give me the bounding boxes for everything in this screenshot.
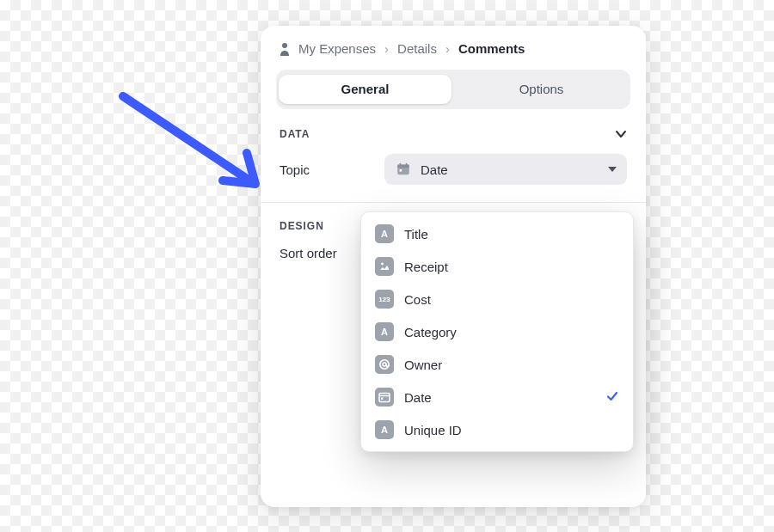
svg-rect-5 [406,163,408,167]
topic-dropdown: A Title ✓ Receipt ✓ 123 Cost ✓ A Categor… [360,211,634,452]
dropdown-option-date[interactable]: Date [361,381,633,413]
section-title: DATA [280,128,310,140]
text-icon: A [375,322,394,341]
svg-point-1 [282,43,287,48]
row-topic: Topic Date [261,145,646,193]
svg-point-10 [380,360,389,369]
section-header-data[interactable]: DATA [261,109,646,145]
calendar-icon [395,161,412,178]
dropdown-option-title[interactable]: A Title ✓ [361,217,633,250]
person-icon [280,42,290,56]
svg-rect-15 [381,398,383,400]
field-label-topic: Topic [280,162,310,177]
tab-bar: General Options [276,70,630,109]
text-icon: A [375,224,394,243]
chevron-right-icon: › [445,41,450,56]
tab-options[interactable]: Options [455,75,628,104]
dropdown-option-label: Owner [404,358,619,372]
calendar-icon [375,388,394,407]
topic-select-value: Date [421,162,599,177]
breadcrumb: My Expenses › Details › Comments [261,26,646,64]
svg-line-0 [123,96,252,182]
tab-general[interactable]: General [279,75,452,104]
caret-down-icon [608,167,617,172]
svg-rect-4 [400,163,402,167]
chevron-down-icon [615,128,627,140]
settings-panel: My Expenses › Details › Comments General… [261,26,646,507]
svg-rect-6 [400,169,402,172]
dropdown-option-label: Title [404,227,619,242]
dropdown-option-unique-id[interactable]: A Unique ID ✓ [361,413,633,446]
dropdown-option-cost[interactable]: 123 Cost ✓ [361,283,633,315]
number-icon: 123 [375,290,394,309]
breadcrumb-item-0[interactable]: My Expenses [298,41,376,56]
svg-point-9 [381,263,384,266]
dropdown-option-category[interactable]: A Category ✓ [361,315,633,348]
dropdown-option-owner[interactable]: Owner ✓ [361,348,633,381]
dropdown-option-label: Receipt [404,260,619,274]
dropdown-option-label: Cost [404,292,619,307]
breadcrumb-item-1[interactable]: Details [397,41,437,56]
dropdown-option-label: Category [404,325,619,339]
dropdown-option-label: Unique ID [404,423,619,437]
section-title: DESIGN [280,220,324,232]
topic-select[interactable]: Date [384,154,627,185]
image-icon [375,257,394,276]
field-label-sort-order: Sort order [280,246,337,260]
dropdown-option-receipt[interactable]: Receipt ✓ [361,250,633,283]
at-icon [375,355,394,374]
svg-rect-3 [397,165,409,168]
check-icon [605,389,619,406]
divider [261,202,646,203]
text-icon: A [375,420,394,439]
dropdown-option-label: Date [404,390,595,405]
annotation-arrow [108,81,280,218]
breadcrumb-item-2[interactable]: Comments [458,41,525,56]
chevron-right-icon: › [384,41,389,56]
